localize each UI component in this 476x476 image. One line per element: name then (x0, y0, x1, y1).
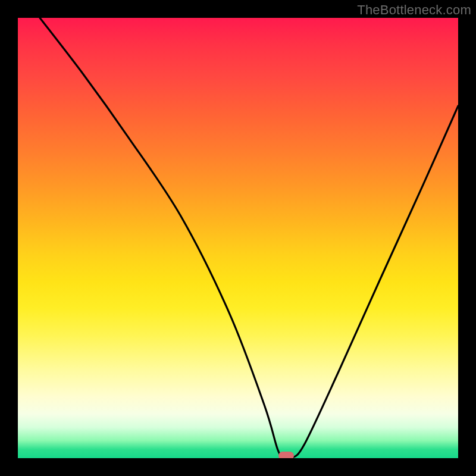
chart-frame: TheBottleneck.com (0, 0, 476, 476)
plot-area (18, 18, 458, 458)
watermark-text: TheBottleneck.com (357, 2, 471, 18)
current-point-marker (278, 452, 294, 458)
bottleneck-curve (18, 18, 458, 458)
